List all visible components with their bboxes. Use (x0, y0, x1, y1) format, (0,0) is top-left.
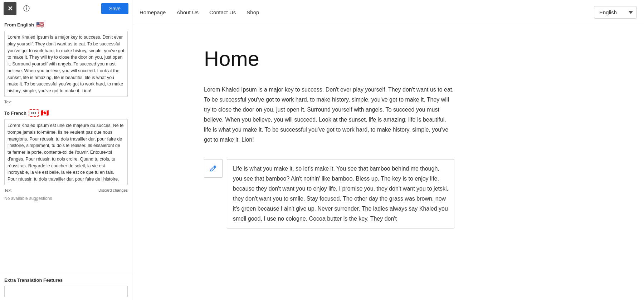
info-button[interactable]: ⓘ (20, 2, 33, 15)
edit-icon (210, 165, 217, 172)
close-button[interactable]: ✕ (4, 2, 16, 15)
extra-features-input[interactable] (4, 286, 128, 297)
save-button[interactable]: Save (101, 3, 128, 14)
svg-point-1 (33, 112, 34, 114)
to-french-textarea[interactable] (4, 119, 128, 185)
to-lang-label: To French 🇨🇦 (4, 109, 49, 117)
to-field-type: Text (4, 188, 11, 192)
to-flag: 🇨🇦 (41, 109, 49, 117)
nav-shop[interactable]: Shop (247, 9, 259, 15)
discard-changes-button[interactable]: Discard changes (98, 188, 128, 192)
to-field-type-row: Text Discard changes (4, 188, 128, 192)
quote-block: Life is what you make it, so let's make … (204, 159, 454, 228)
svg-point-2 (35, 112, 36, 114)
toolbar: ✕ ⓘ Save (0, 0, 132, 17)
suggestions-icon[interactable] (29, 109, 39, 117)
site-nav: Homepage About Us Contact Us Shop Englis… (132, 0, 644, 25)
page-title: Home (204, 46, 597, 70)
panel-body: From English 🇺🇸 Text To French 🇨🇦 T (0, 17, 132, 273)
website-preview: Homepage About Us Contact Us Shop Englis… (132, 0, 644, 300)
language-selector-wrapper: English French Spanish (594, 6, 637, 19)
to-lang-text: To French (4, 110, 26, 116)
nav-homepage[interactable]: Homepage (140, 9, 166, 15)
svg-point-0 (31, 112, 33, 114)
to-lang-header: To French 🇨🇦 (4, 109, 128, 117)
language-select[interactable]: English French Spanish (594, 6, 637, 19)
from-field-type: Text (4, 100, 128, 104)
edit-icon-box[interactable] (204, 159, 223, 178)
quote-text: Life is what you make it, so let's make … (227, 159, 454, 228)
nav-about-us[interactable]: About Us (176, 9, 199, 15)
extra-features-title: Extra Translation Features (4, 277, 128, 283)
extra-features-section: Extra Translation Features (0, 273, 132, 300)
no-suggestions-text: No available suggestions (4, 196, 128, 201)
from-lang-text: From English (4, 22, 34, 28)
from-lang-label: From English 🇺🇸 (4, 21, 128, 29)
site-content: Home Lorem Khaled Ipsum is a major key t… (132, 25, 644, 300)
main-paragraph: Lorem Khaled Ipsum is a major key to suc… (204, 85, 454, 145)
from-flag: 🇺🇸 (36, 21, 44, 29)
nav-contact-us[interactable]: Contact Us (209, 9, 236, 15)
translation-panel: ✕ ⓘ Save From English 🇺🇸 Text To French (0, 0, 132, 300)
from-english-textarea[interactable] (4, 31, 128, 97)
